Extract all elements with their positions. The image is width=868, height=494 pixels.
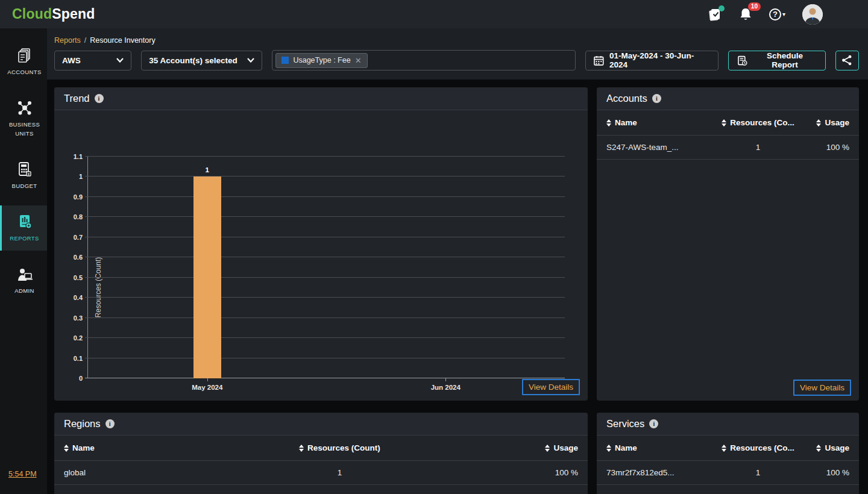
x-tick-mark <box>445 378 446 381</box>
sidebar-item-budget[interactable]: BUDGET <box>0 153 47 198</box>
y-tick-label: 0.3 <box>74 314 83 322</box>
question-mark-icon: ? <box>769 8 781 20</box>
column-header-name[interactable]: Name <box>597 443 715 452</box>
schedule-report-button[interactable]: Schedule Report <box>728 51 825 70</box>
column-header-name[interactable]: Name <box>597 118 715 127</box>
sidebar-item-admin[interactable]: ADMIN <box>0 258 47 303</box>
notifications-bell-icon[interactable]: 10 <box>739 7 752 22</box>
date-range-picker[interactable]: 01-May-2024 - 30-Jun-2024 <box>585 51 719 70</box>
breadcrumb: Reports / Resource Inventory <box>54 36 859 45</box>
gridline <box>85 237 565 237</box>
chip-close-icon[interactable]: ✕ <box>355 56 362 65</box>
time-link[interactable]: 5:54 PM <box>8 470 37 478</box>
x-tick-mark <box>207 378 208 381</box>
accounts-card-header: Accounts i <box>597 87 859 110</box>
sort-icon <box>816 119 821 127</box>
trend-plot: Resources (Count) 00.10.20.30.40.50.60.7… <box>87 157 565 378</box>
y-tick-label: 0.7 <box>74 234 83 241</box>
sidebar-item-reports[interactable]: REPORTS <box>0 205 47 251</box>
regions-title: Regions <box>64 418 101 430</box>
services-table-row[interactable]: 73mr2f7x812ed5... 1 100 % <box>597 461 859 485</box>
tasks-icon[interactable] <box>708 7 722 22</box>
account-usage: 100 % <box>801 143 859 152</box>
services-table-header: Name Resources (Co... Usage <box>597 436 859 461</box>
regions-table-row[interactable]: global 1 100 % <box>54 461 588 485</box>
x-tick-label: Jun 2024 <box>431 384 461 391</box>
sort-icon <box>722 119 726 127</box>
sort-icon <box>299 445 304 452</box>
gridline <box>85 277 565 278</box>
trend-bar-may-2024[interactable]: 1 <box>193 177 221 378</box>
breadcrumb-current: Resource Inventory <box>90 36 155 45</box>
sort-icon <box>722 445 726 452</box>
tag-filter-input[interactable]: UsageType : Fee ✕ <box>272 50 576 70</box>
provider-select-value: AWS <box>62 56 81 65</box>
x-tick-label: May 2024 <box>192 384 222 391</box>
accounts-select[interactable]: 35 Account(s) selected <box>141 51 262 70</box>
business-units-icon <box>16 99 33 116</box>
column-header-resources[interactable]: Resources (Count) <box>225 443 454 452</box>
accounts-icon <box>16 47 33 64</box>
gridline <box>85 156 565 157</box>
cloudspend-logo[interactable]: CloudSpend <box>12 6 95 22</box>
chevron-down-icon: ▾ <box>782 11 785 17</box>
regions-card: Regions i Name Resources (Count) Usage g… <box>54 413 588 494</box>
y-tick-label: 1.1 <box>74 153 83 160</box>
sidebar-item-accounts[interactable]: ACCOUNTS <box>0 39 47 84</box>
column-header-usage[interactable]: Usage <box>801 443 859 452</box>
share-icon <box>841 55 852 66</box>
service-resources: 1 <box>715 468 802 477</box>
trend-card: Trend i Resources (Count) 00.10.20.30.40… <box>54 87 588 401</box>
column-header-usage[interactable]: Usage <box>454 443 588 452</box>
gridline <box>85 176 565 177</box>
service-name: 73mr2f7x812ed5... <box>597 468 715 477</box>
gridline <box>85 196 565 197</box>
y-tick-label: 0 <box>79 375 83 382</box>
help-icon[interactable]: ? ▾ <box>769 8 785 20</box>
column-header-resources[interactable]: Resources (Co... <box>715 443 802 452</box>
region-name: global <box>54 468 225 477</box>
info-icon[interactable]: i <box>649 419 658 428</box>
info-icon[interactable]: i <box>652 94 661 103</box>
gridline <box>85 297 565 298</box>
accounts-card: Accounts i Name Resources (Co... Usage S… <box>597 87 859 401</box>
trend-y-axis-label: Resources (Count) <box>94 242 102 333</box>
breadcrumb-reports-link[interactable]: Reports <box>54 36 81 45</box>
sort-icon <box>606 119 611 127</box>
schedule-report-label: Schedule Report <box>753 51 816 69</box>
share-button[interactable] <box>835 51 859 70</box>
accounts-view-details-button[interactable]: View Details <box>793 380 851 396</box>
region-usage: 100 % <box>454 468 588 477</box>
column-header-usage[interactable]: Usage <box>801 118 859 127</box>
trend-view-details-button[interactable]: View Details <box>522 379 580 395</box>
regions-card-header: Regions i <box>54 413 588 436</box>
reports-icon <box>16 213 33 230</box>
topbar: CloudSpend 10 ? ▾ <box>0 0 868 28</box>
trend-card-header: Trend i <box>54 87 588 110</box>
avatar[interactable] <box>802 4 823 25</box>
y-tick-label: 0.1 <box>74 355 83 362</box>
status-green-dot <box>719 5 725 11</box>
y-tick-label: 0.5 <box>74 274 83 281</box>
sidebar-item-business-units[interactable]: BUSINESS UNITS <box>0 92 47 146</box>
dashboard-grid: Trend i Resources (Count) 00.10.20.30.40… <box>47 80 868 494</box>
chip-label: UsageType : Fee <box>293 56 350 64</box>
trend-title: Trend <box>64 93 90 104</box>
info-icon[interactable]: i <box>95 94 104 103</box>
sort-icon <box>606 445 611 452</box>
y-tick-label: 0.9 <box>74 193 83 201</box>
column-header-resources[interactable]: Resources (Co... <box>715 118 802 127</box>
accounts-table-header: Name Resources (Co... Usage <box>597 110 859 136</box>
column-header-name[interactable]: Name <box>54 443 225 452</box>
gridline <box>85 257 565 257</box>
provider-select[interactable]: AWS <box>54 51 131 70</box>
logo-cloud: Cloud <box>12 6 52 22</box>
accounts-table-row[interactable]: S247-AWS-team_... 1 100 % <box>597 136 859 160</box>
user-avatar-icon <box>802 4 823 25</box>
account-resources: 1 <box>715 143 802 152</box>
apps-grid-icon[interactable] <box>840 6 856 22</box>
info-icon[interactable]: i <box>105 419 115 428</box>
filter-controls: AWS 35 Account(s) selected UsageType : F… <box>54 50 859 70</box>
account-name: S247-AWS-team_... <box>597 143 715 152</box>
y-tick-label: 0.6 <box>74 254 83 261</box>
